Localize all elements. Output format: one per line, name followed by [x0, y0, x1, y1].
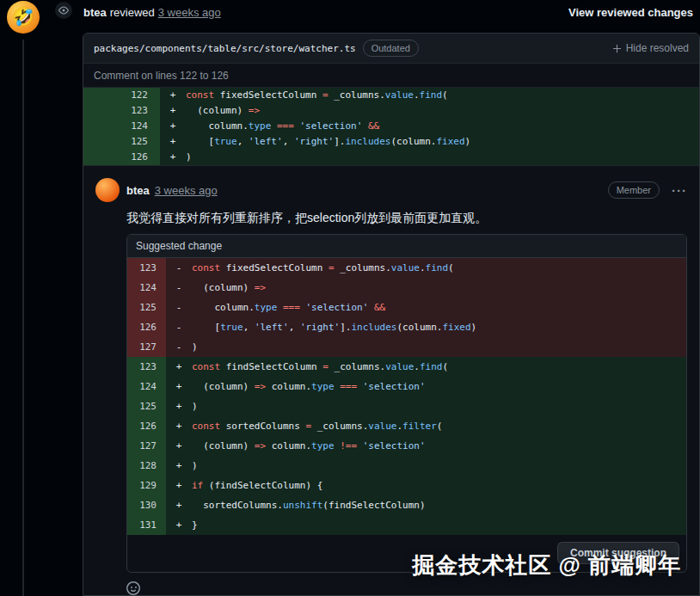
diff-line: 129+if (findSelectColumn) { — [127, 476, 686, 495]
diff-line: 126- [true, 'left', 'right'].includes(co… — [127, 317, 686, 337]
code-text: (column) => — [186, 103, 260, 119]
diff-sign: - — [166, 298, 192, 317]
line-number[interactable]: 123 — [83, 103, 160, 119]
line-number[interactable]: 131 — [127, 515, 166, 535]
suggestion-block: Suggested change 123-const fixedSelectCo… — [126, 234, 687, 573]
timeline-line — [22, 40, 24, 596]
hide-resolved-label: Hide resolved — [626, 42, 689, 54]
review-action-text: reviewed — [110, 6, 155, 19]
code-text: const fixedSelectColumn = _columns.value… — [186, 88, 448, 103]
diff-sign: + — [166, 456, 192, 476]
line-number[interactable]: 126 — [127, 317, 166, 337]
diff-line: 124+ (column) => column.type === 'select… — [127, 377, 686, 396]
commenter-name-link[interactable]: btea — [126, 184, 150, 197]
diff-line: 124+ column.type === 'selection' && — [83, 119, 699, 134]
line-number[interactable]: 123 — [127, 357, 166, 377]
line-number[interactable]: 125 — [127, 396, 166, 416]
line-number[interactable]: 126 — [83, 150, 160, 165]
file-diff-block: 122+const fixedSelectColumn = _columns.v… — [83, 88, 699, 166]
diff-sign: + — [160, 119, 186, 134]
watermark-text: 掘金技术社区 @ 前端卿年 — [412, 550, 681, 581]
line-number[interactable]: 124 — [127, 377, 166, 396]
diff-line: 125- column.type === 'selection' && — [127, 298, 686, 317]
diff-sign: + — [166, 377, 192, 396]
smiley-icon — [126, 581, 140, 595]
code-text: ) — [186, 150, 192, 165]
review-time-link[interactable]: 3 weeks ago — [158, 6, 221, 19]
line-number[interactable]: 126 — [127, 416, 166, 436]
kebab-menu-button[interactable]: ··· — [672, 184, 687, 197]
review-event-title: bteareviewed3 weeks ago — [83, 6, 221, 19]
diff-line: 125+) — [127, 396, 686, 416]
code-text: [true, 'left', 'right'].includes(column.… — [192, 317, 476, 337]
code-text: const findSelectColumn = _columns.value.… — [192, 357, 448, 377]
diff-sign: + — [166, 357, 192, 377]
diff-line: 122+const fixedSelectColumn = _columns.v… — [83, 88, 699, 103]
diff-sign: + — [160, 150, 186, 165]
diff-sign: - — [166, 317, 192, 337]
diff-line: 126+) — [83, 150, 699, 165]
diff-sign: + — [160, 134, 186, 150]
line-number[interactable]: 128 — [127, 456, 166, 476]
reviewer-avatar[interactable]: 🤣 — [7, 1, 40, 34]
suggestion-header: Suggested change — [127, 235, 686, 258]
diff-sign: + — [160, 88, 186, 103]
line-number[interactable]: 130 — [127, 495, 166, 515]
diff-sign: + — [166, 476, 192, 495]
diff-line: 124- (column) => — [127, 278, 686, 298]
diff-line: 131+} — [127, 515, 686, 535]
code-text: ) — [192, 456, 198, 476]
hide-resolved-button[interactable]: Hide resolved — [612, 42, 689, 54]
comment-meta: btea3 weeks ago — [126, 184, 218, 197]
fold-icon — [612, 44, 622, 53]
code-text: const sortedColumns = _columns.value.fil… — [192, 416, 442, 436]
file-path-link[interactable]: packages/components/table/src/store/watc… — [94, 43, 356, 54]
diff-line: 127-) — [127, 337, 686, 357]
line-number[interactable]: 122 — [83, 88, 160, 103]
code-text: } — [192, 515, 198, 535]
code-text: sortedColumns.unshift(findSelectColumn) — [192, 495, 426, 515]
line-number[interactable]: 124 — [127, 278, 166, 298]
reviewer-name-link[interactable]: btea — [83, 6, 107, 19]
line-number[interactable]: 129 — [127, 476, 166, 495]
code-text: const fixedSelectColumn = _columns.value… — [192, 258, 454, 278]
line-number[interactable]: 124 — [83, 119, 160, 134]
file-header: packages/components/table/src/store/watc… — [83, 34, 699, 64]
diff-line: 125+ [true, 'left', 'right'].includes(co… — [83, 134, 699, 150]
diff-line: 130+ sortedColumns.unshift(findSelectCol… — [127, 495, 686, 515]
comment-time-link[interactable]: 3 weeks ago — [155, 184, 218, 197]
code-text: if (findSelectColumn) { — [192, 476, 322, 495]
code-text: (column) => — [192, 278, 266, 298]
add-reaction-button[interactable] — [126, 581, 140, 595]
line-number[interactable]: 127 — [127, 436, 166, 456]
diff-line: 123-const fixedSelectColumn = _columns.v… — [127, 258, 686, 278]
line-number[interactable]: 123 — [127, 258, 166, 278]
diff-sign: - — [166, 278, 192, 298]
suggestion-diff-block: 123-const fixedSelectColumn = _columns.v… — [127, 258, 686, 535]
code-text: (column) => column.type !== 'selection' — [192, 436, 426, 456]
commenter-avatar[interactable] — [95, 178, 120, 202]
diff-sign: + — [166, 416, 192, 436]
member-badge: Member — [608, 181, 660, 199]
diff-line: 127+ (column) => column.type !== 'select… — [127, 436, 686, 456]
code-text: ) — [192, 337, 198, 357]
code-text: (column) => column.type === 'selection' — [192, 377, 426, 396]
eye-glyph — [58, 5, 69, 15]
diff-sign: + — [166, 515, 192, 535]
outdated-badge[interactable]: Outdated — [363, 40, 419, 57]
comment-range-label: Comment on lines 122 to 126 — [83, 64, 699, 88]
diff-sign: - — [166, 258, 192, 278]
diff-line: 128+) — [127, 456, 686, 476]
diff-line: 123+const findSelectColumn = _columns.va… — [127, 357, 686, 377]
line-number[interactable]: 125 — [83, 134, 160, 150]
code-text: column.type === 'selection' && — [186, 119, 379, 134]
diff-sign: + — [166, 495, 192, 515]
diff-sign: + — [160, 103, 186, 119]
comment-header: btea3 weeks ago Member ··· — [95, 178, 687, 202]
line-number[interactable]: 125 — [127, 298, 166, 317]
review-comment-card: packages/components/table/src/store/watc… — [83, 33, 700, 596]
view-reviewed-changes-link[interactable]: View reviewed changes — [568, 6, 693, 19]
diff-sign: + — [166, 396, 192, 416]
diff-line: 126+const sortedColumns = _columns.value… — [127, 416, 686, 436]
line-number[interactable]: 127 — [127, 337, 166, 357]
